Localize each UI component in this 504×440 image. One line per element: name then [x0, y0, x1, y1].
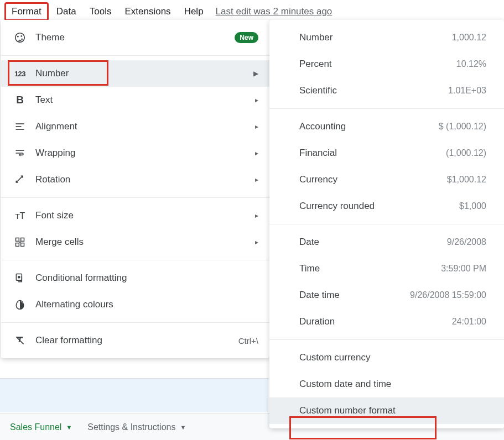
submenu-item-accounting[interactable]: Accounting$ (1,000.12)	[269, 113, 504, 140]
submenu-item-date-time[interactable]: Date time9/26/2008 15:59:00	[269, 282, 504, 308]
svg-rect-7	[16, 150, 24, 151]
caret-down-icon: ▼	[180, 424, 186, 431]
conditional-icon	[13, 271, 27, 285]
caret-down-icon: ▼	[66, 424, 72, 431]
format-dropdown: Theme New 123 Number ▶ B Text ▸ Alignmen…	[1, 20, 269, 358]
menu-separator	[269, 339, 504, 340]
menubar-item-tools[interactable]: Tools	[84, 4, 117, 19]
menu-item-theme[interactable]: Theme New	[1, 24, 269, 51]
menu-item-merge-cells[interactable]: Merge cells ▸	[1, 229, 269, 255]
sheet-tab-settings[interactable]: Settings & Instructions ▼	[87, 422, 186, 432]
submenu-item-custom-currency[interactable]: Custom currency	[269, 344, 504, 371]
rotation-icon	[13, 173, 27, 186]
menu-label: Theme	[35, 32, 235, 43]
submenu-item-number[interactable]: Number1,000.12	[269, 24, 504, 51]
clear-format-icon	[13, 334, 27, 347]
submenu-item-currency[interactable]: Currency$1,000.12	[269, 166, 504, 193]
menu-item-rotation[interactable]: Rotation ▸	[1, 166, 269, 193]
menu-item-font-size[interactable]: ᴛT Font size ▸	[1, 202, 269, 229]
submenu-example: $1,000.12	[447, 175, 486, 185]
merge-icon	[13, 235, 27, 249]
menu-separator	[269, 224, 504, 224]
menu-separator	[1, 260, 269, 260]
submenu-label: Scientific	[299, 85, 337, 96]
submenu-example: 9/26/2008 15:59:00	[410, 290, 486, 300]
submenu-item-duration[interactable]: Duration24:01:00	[269, 308, 504, 335]
menu-label: Font size	[35, 210, 255, 221]
font-size-icon: ᴛT	[13, 209, 27, 222]
spreadsheet-cell-bg	[0, 378, 268, 412]
submenu-label: Percent	[299, 59, 332, 70]
wrapping-icon	[13, 146, 27, 160]
alternating-icon	[13, 298, 27, 311]
submenu-label: Financial	[299, 148, 337, 159]
submenu-item-financial[interactable]: Financial(1,000.12)	[269, 140, 504, 166]
svg-point-3	[21, 38, 23, 40]
menubar-item-extensions[interactable]: Extensions	[119, 4, 176, 19]
svg-rect-9	[21, 238, 24, 242]
chevron-right-icon: ▸	[255, 96, 258, 104]
svg-rect-10	[16, 243, 19, 247]
menu-item-alignment[interactable]: Alignment ▸	[1, 113, 269, 140]
menu-label: Clear formatting	[35, 335, 238, 346]
submenu-item-custom-number-format[interactable]: Custom number format	[269, 397, 504, 424]
submenu-item-date[interactable]: Date9/26/2008	[269, 229, 504, 255]
number-icon: 123	[13, 67, 27, 80]
submenu-example: (1,000.12)	[446, 148, 486, 158]
menu-label: Number	[35, 68, 253, 79]
submenu-label: Duration	[299, 316, 335, 327]
submenu-label: Date	[299, 237, 319, 248]
tab-label: Sales Funnel	[10, 422, 61, 432]
menu-label: Merge cells	[35, 237, 255, 248]
submenu-item-currency-rounded[interactable]: Currency rounded$1,000	[269, 193, 504, 219]
submenu-example: 9/26/2008	[447, 237, 486, 247]
menu-item-clear-formatting[interactable]: Clear formatting Ctrl+\	[1, 327, 269, 354]
submenu-item-percent[interactable]: Percent10.12%	[269, 51, 504, 77]
submenu-item-custom-date-and-time[interactable]: Custom date and time	[269, 371, 504, 397]
menu-item-wrapping[interactable]: Wrapping ▸	[1, 140, 269, 166]
svg-rect-4	[16, 123, 24, 124]
svg-rect-8	[16, 238, 19, 242]
last-edit-link[interactable]: Last edit was 2 minutes ago	[216, 6, 332, 17]
submenu-example: 1.01E+03	[448, 86, 486, 96]
svg-point-13	[18, 276, 20, 278]
menu-label: Alignment	[35, 121, 255, 132]
sheet-tab-sales-funnel[interactable]: Sales Funnel ▼	[10, 422, 72, 432]
submenu-example: $1,000	[459, 201, 486, 211]
menu-item-text[interactable]: B Text ▸	[1, 87, 269, 113]
theme-icon	[13, 31, 27, 44]
submenu-label: Currency rounded	[299, 201, 375, 212]
submenu-item-scientific[interactable]: Scientific1.01E+03	[269, 77, 504, 104]
new-badge: New	[235, 32, 258, 43]
menu-separator	[269, 108, 504, 109]
menu-label: Conditional formatting	[35, 273, 258, 284]
submenu-label: Custom currency	[299, 352, 370, 363]
svg-point-1	[17, 36, 19, 38]
svg-rect-5	[16, 126, 22, 127]
menu-item-number[interactable]: 123 Number ▶	[1, 60, 269, 87]
tab-label: Settings & Instructions	[87, 422, 175, 432]
menu-item-alternating-colours[interactable]: Alternating colours	[1, 291, 269, 318]
submenu-item-time[interactable]: Time3:59:00 PM	[269, 255, 504, 282]
alignment-icon	[13, 120, 27, 133]
submenu-example: 10.12%	[456, 59, 486, 69]
svg-rect-6	[16, 129, 24, 130]
submenu-label: Date time	[299, 290, 340, 301]
menubar-item-data[interactable]: Data	[51, 4, 82, 19]
svg-point-0	[15, 33, 25, 43]
menubar-item-format[interactable]: Format	[4, 2, 49, 21]
submenu-example: 1,000.12	[452, 33, 486, 43]
chevron-right-icon: ▸	[255, 123, 258, 130]
menu-separator	[1, 197, 269, 198]
svg-rect-11	[21, 243, 24, 247]
submenu-label: Custom number format	[299, 405, 396, 416]
submenu-label: Number	[299, 32, 332, 43]
menu-separator	[1, 322, 269, 323]
menu-label: Wrapping	[35, 148, 255, 159]
submenu-label: Time	[299, 263, 320, 274]
bold-icon: B	[13, 93, 27, 107]
menu-item-conditional-formatting[interactable]: Conditional formatting	[1, 265, 269, 291]
chevron-right-icon: ▶	[253, 70, 258, 77]
menu-separator	[1, 55, 269, 56]
menubar-item-help[interactable]: Help	[179, 4, 209, 19]
